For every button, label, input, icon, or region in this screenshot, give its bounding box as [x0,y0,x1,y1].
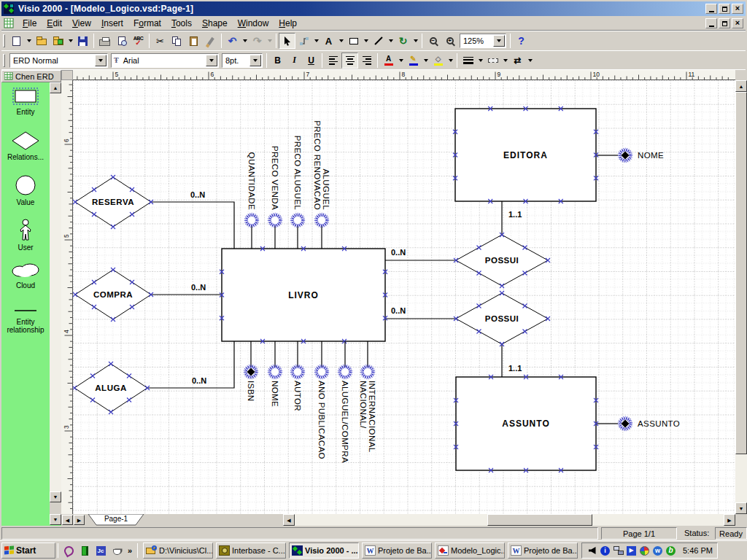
stencil-scrollbar[interactable]: ▲ ▼ [50,82,61,514]
line-color-button[interactable]: ✎ [405,52,422,69]
stencil-master-value[interactable]: Value [1,170,50,214]
menu-item-file[interactable]: File [18,17,42,30]
menu-item-window[interactable]: Window [233,17,274,30]
line-ends-button[interactable]: ⇄ [509,52,526,69]
overflow-chevron[interactable]: » [125,542,135,559]
align-right-button[interactable] [358,52,375,69]
horizontal-scroll-track-right[interactable] [592,514,724,526]
menu-item-tools[interactable]: Tools [166,17,197,30]
open-stencil-dropdown[interactable] [66,33,74,49]
stencil-scroll-up-button[interactable]: ▲ [50,82,61,93]
pointer-tool-button[interactable] [279,33,295,49]
info-icon[interactable]: i [600,545,611,556]
entity-livro[interactable]: LIVRO [220,246,387,343]
cardinality-3[interactable]: 0..N [391,248,406,257]
align-left-button[interactable] [325,52,341,69]
taskbar-button-interbase-c[interactable]: Interbase - C... [216,542,286,559]
copy-button[interactable] [169,33,185,49]
size-combo[interactable]: 8pt. [222,53,263,68]
print-preview-button[interactable] [113,33,130,49]
page-next-button[interactable]: ▶ [74,515,85,525]
format-painter-button[interactable] [202,33,219,49]
drawing-canvas[interactable]: EDITORALIVROASSUNTORESERVACOMPRAALUGAPOS… [73,80,735,514]
font-color-button[interactable]: A [380,52,397,69]
cut-button[interactable]: ✂ [152,33,169,49]
style-combo[interactable]: ERD Normal [9,53,108,68]
connector-tool-dropdown[interactable] [312,33,320,49]
toolbar-grip[interactable] [3,34,5,47]
taskbar-button-modelo-logic[interactable]: Modelo_Logic... [435,542,505,559]
vertical-scroll-thumb[interactable] [735,92,747,454]
rotate-tool-dropdown[interactable] [411,33,419,49]
new-dropdown[interactable] [25,33,33,49]
door-icon[interactable] [77,542,93,559]
cardinality-0[interactable]: 0..N [190,190,205,199]
menu-item-format[interactable]: Format [128,17,166,30]
horizontal-scrollbar[interactable]: ◀ ▶ [283,514,735,526]
help-button[interactable]: ? [513,33,530,49]
align-center-button[interactable] [341,52,358,69]
stencil-scroll-down-button[interactable]: ▼ [50,491,61,502]
rectangle-tool-dropdown[interactable] [362,33,370,49]
font-combo[interactable]: Ŧ Arial [111,53,219,68]
zoom-in-button[interactable]: + [441,33,458,49]
new-button[interactable] [8,33,25,49]
line-pattern-dropdown[interactable] [501,52,509,69]
text-tool-button[interactable]: A [320,33,337,49]
minimize-button[interactable] [705,4,717,14]
doc-restore-button[interactable] [719,18,730,28]
stencil-master-entity-relationship[interactable]: Entity relationship [1,301,50,345]
line-weight-button[interactable] [460,52,476,69]
paste-button[interactable] [185,33,202,49]
stencil-drop-button[interactable]: ▼ [50,514,61,525]
font-color-dropdown[interactable] [397,52,405,69]
redo-dropdown[interactable] [266,33,274,49]
doc-close-button[interactable]: × [732,18,743,28]
menu-item-shape[interactable]: Shape [197,17,233,30]
stencil-master-cloud[interactable]: Cloud [1,257,50,301]
close-button[interactable]: × [732,4,743,14]
volume-icon[interactable] [587,545,597,556]
line-weight-dropdown[interactable] [476,52,484,69]
taskbar-button-visio-2000[interactable]: Visio 2000 - ... [289,542,359,559]
fill-color-button[interactable]: ◇ [430,52,446,69]
cardinality-2[interactable]: 0..N [192,376,206,385]
zoom-out-button[interactable]: − [425,33,441,49]
scroll-up-button[interactable]: ▲ [735,80,747,92]
horizontal-scroll-track-left[interactable] [295,514,487,526]
menu-item-view[interactable]: View [67,17,96,30]
menu-item-edit[interactable]: Edit [42,17,67,30]
launcher-icon[interactable] [61,542,77,559]
line-tool-button[interactable] [370,33,387,49]
network-icon[interactable] [613,545,624,556]
open-button[interactable] [33,33,50,49]
menu-item-insert[interactable]: Insert [96,17,128,30]
text-tool-dropdown[interactable] [337,33,345,49]
menu-item-help[interactable]: Help [274,17,302,30]
save-button[interactable] [74,33,91,49]
doc-minimize-button[interactable] [705,18,717,28]
fill-color-dropdown[interactable] [446,52,454,69]
entity-assunto[interactable]: ASSUNTO [454,375,598,472]
display-icon[interactable] [639,545,650,556]
cardinality-4[interactable]: 0..N [391,306,406,315]
taskbar-button-projeto-de-ba[interactable]: WProjeto de Ba... [362,542,432,559]
messenger-icon[interactable]: w [652,545,663,556]
stencil-master-user[interactable]: User [1,214,50,257]
horizontal-scroll-thumb[interactable] [487,514,592,526]
vertical-scroll-track[interactable] [735,454,747,502]
cardinality-5[interactable]: 1..1 [508,210,522,219]
b-icon[interactable]: b [665,545,676,556]
line-tool-dropdown[interactable] [387,33,395,49]
spelling-button[interactable]: ABC✓ [130,33,147,49]
bold-button[interactable]: B [269,52,286,69]
stencil-master-entity[interactable]: Entity [1,82,50,126]
print-button[interactable] [96,33,113,49]
page-tab[interactable]: Page-1 [88,514,144,526]
undo-button[interactable]: ↶ [224,33,241,49]
undo-dropdown[interactable] [241,33,249,49]
open-stencil-button[interactable] [50,33,66,49]
media-player-icon[interactable]: ▶ [626,545,637,556]
line-color-dropdown[interactable] [422,52,430,69]
connector-tool-button[interactable] [295,33,312,49]
